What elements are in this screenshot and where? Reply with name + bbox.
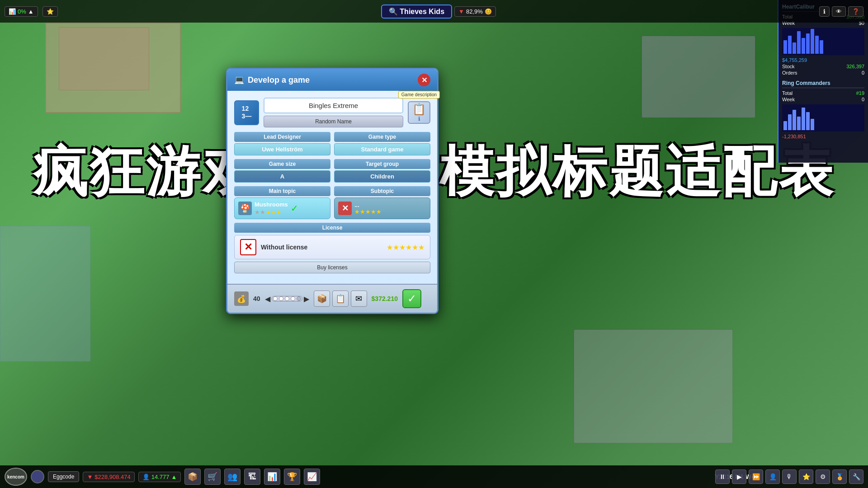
license-stars: ★★★★★★ [387, 243, 425, 252]
dialog-header: 💻 Develop a game ✕ [227, 69, 437, 91]
description-info-icon: ℹ [418, 116, 420, 122]
money-icon: 💰 [234, 291, 249, 306]
description-icon: 📋 [412, 103, 426, 116]
description-button[interactable]: Game description 📋 ℹ [408, 101, 430, 124]
game-type-label: Game type [334, 132, 430, 142]
progress-dot-2 [279, 296, 283, 301]
progress-nav: ◀ ▶ [265, 295, 309, 303]
sub-topic-box[interactable]: ✕ ... ★★★★★ [334, 197, 430, 219]
dialog-close-button[interactable]: ✕ [418, 74, 430, 86]
progress-dot-3 [285, 296, 289, 301]
designer-type-row: Lead Designer Uwe Hellström Game type St… [234, 132, 430, 155]
develop-game-dialog: 💻 Develop a game ✕ 12 3— Random Name [226, 68, 439, 314]
sub-topic-col: Subtopic ✕ ... ★★★★★ [334, 186, 430, 219]
clipboard-action-button[interactable]: 📋 [332, 291, 349, 307]
target-group-col: Target group Children [334, 159, 430, 183]
main-topic-name: Mushrooms [255, 201, 288, 208]
confirm-button[interactable]: ✓ [402, 289, 421, 308]
sub-topic-content: ... ★★★★★ [354, 202, 382, 215]
sub-topic-stars: ★★★★★ [354, 208, 382, 215]
main-topic-box[interactable]: 🍄 Mushrooms ★★★★★ ✓ [234, 197, 330, 219]
next-page-button[interactable]: ▶ [304, 295, 309, 303]
dialog-overlay: 💻 Develop a game ✕ 12 3— Random Name [0, 0, 868, 488]
sub-topic-label: Subtopic [334, 186, 430, 196]
progress-dot-5 [297, 296, 301, 301]
main-topic-col: Main topic 🍄 Mushrooms ★★★★★ ✓ [234, 186, 330, 219]
game-size-value[interactable]: A [234, 170, 330, 183]
money-value: $372.210 [372, 295, 398, 302]
dialog-title-icon: 💻 [234, 75, 244, 85]
license-name: Without license [261, 244, 382, 251]
license-header: License [234, 223, 430, 233]
buy-licenses-button[interactable]: Buy licenses [234, 262, 430, 273]
description-tooltip: Game description [398, 91, 440, 99]
main-topic-check-icon: ✓ [291, 203, 298, 214]
game-type-value[interactable]: Standard game [334, 143, 430, 155]
dialog-title: 💻 Develop a game [234, 75, 310, 85]
game-name-input[interactable] [264, 98, 403, 113]
lead-designer-col: Lead Designer Uwe Hellström [234, 132, 330, 155]
license-x-icon: ✕ [240, 239, 256, 255]
main-topic-content: Mushrooms ★★★★★ [255, 201, 288, 216]
lead-designer-value[interactable]: Uwe Hellström [234, 143, 330, 155]
name-input-column: Random Name [264, 98, 403, 127]
game-icon-box: 12 3— [234, 100, 259, 125]
dialog-footer: 💰 40 ◀ ▶ 📦 📋 ✉ $372.210 ✓ [227, 284, 437, 313]
progress-track [272, 296, 302, 301]
sub-topic-x-icon: ✕ [338, 202, 352, 215]
topics-row: Main topic 🍄 Mushrooms ★★★★★ ✓ [234, 186, 430, 219]
action-icons: 📦 📋 ✉ [314, 291, 367, 307]
lead-designer-label: Lead Designer [234, 132, 330, 142]
game-icon-display: 12 3— [242, 105, 252, 120]
progress-dot-1 [273, 296, 278, 301]
random-name-button[interactable]: Random Name [264, 116, 403, 127]
mail-action-button[interactable]: ✉ [351, 291, 367, 307]
sub-topic-name: ... [354, 202, 382, 208]
box-action-button[interactable]: 📦 [314, 291, 330, 307]
dialog-body: 12 3— Random Name Game description 📋 ℹ [227, 91, 437, 284]
game-size-col: Game size A [234, 159, 330, 183]
progress-dot-4 [291, 296, 295, 301]
main-topic-label: Main topic [234, 186, 330, 196]
dialog-title-text: Develop a game [248, 75, 310, 85]
topics-section: Main topic 🍄 Mushrooms ★★★★★ ✓ [234, 186, 430, 219]
target-group-value[interactable]: Children [334, 170, 430, 183]
license-section: License ✕ Without license ★★★★★★ Buy lic… [234, 223, 430, 273]
prev-page-button[interactable]: ◀ [265, 295, 270, 303]
game-size-label: Game size [234, 159, 330, 169]
progress-number: 40 [253, 295, 260, 302]
license-box[interactable]: ✕ Without license ★★★★★★ [234, 235, 430, 259]
game-type-col: Game type Standard game [334, 132, 430, 155]
target-group-label: Target group [334, 159, 430, 169]
main-topic-icon: 🍄 [238, 202, 252, 215]
size-target-row: Game size A Target group Children [234, 159, 430, 183]
name-row: 12 3— Random Name Game description 📋 ℹ [234, 98, 430, 127]
main-topic-stars: ★★★★★ [255, 208, 288, 216]
